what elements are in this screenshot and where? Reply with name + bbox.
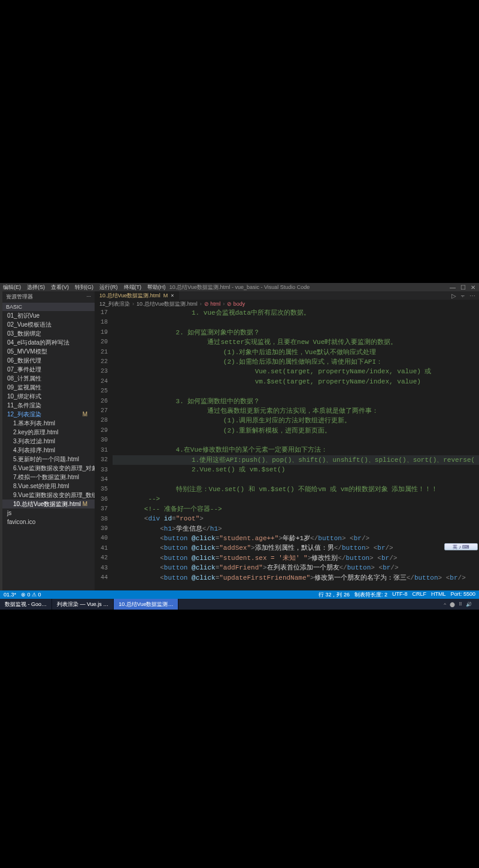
menu-item[interactable]: 查看(V) — [51, 284, 69, 291]
tab-close-icon[interactable]: × — [171, 293, 174, 299]
code-line[interactable]: (2).如需给后添加的属性做响应式，请使用如下API： — [113, 357, 479, 367]
file-item[interactable]: 08_计算属性 — [2, 374, 95, 383]
code-line[interactable]: <!-- 准备好一个容器--> — [113, 504, 479, 514]
code-line[interactable]: --> — [113, 494, 479, 504]
code-line[interactable] — [113, 386, 479, 396]
file-item[interactable]: 5.更新时的一个问题.html — [2, 455, 95, 464]
vscode-window: 编辑(E)选择(S)查看(V)转到(G)运行(R)终端(T)帮助(H) 10.总… — [0, 283, 479, 610]
maximize-icon[interactable]: ☐ — [460, 284, 466, 291]
file-item[interactable]: favicon.ico — [2, 517, 95, 526]
taskbar-item[interactable]: 10.总结Vue数据监测… — [114, 599, 178, 610]
breadcrumb-segment[interactable]: ⊘ html — [204, 301, 221, 307]
code-line[interactable] — [113, 475, 479, 485]
status-encoding[interactable]: UTF-8 — [392, 591, 408, 599]
run-icon[interactable]: ▷ — [451, 293, 456, 299]
code-editor[interactable]: 1718192021222324252627282930313233343536… — [95, 308, 479, 590]
line-number: 17 — [97, 308, 108, 318]
code-line[interactable]: <button @click="updateFirstFriendName">修… — [113, 573, 479, 583]
code-line[interactable]: <h1>学生信息</h1> — [113, 524, 479, 534]
tray-icon[interactable]: ^ — [444, 602, 446, 607]
code-line[interactable]: (1).调用原生对应的方法对数组进行更新。 — [113, 416, 479, 425]
code-line[interactable]: 2. 如何监测对象中的数据？ — [113, 328, 479, 337]
taskbar-item[interactable]: 数据监视 - Goo… — [0, 599, 52, 610]
menu-item[interactable]: 编辑(E) — [3, 284, 21, 291]
code-line[interactable]: 4.在Vue修改数组中的某个元素一定要用如下方法： — [113, 445, 479, 455]
code-line[interactable]: 2.Vue.set() 或 vm.$set() — [113, 465, 479, 474]
tray-icon[interactable]: ⠿ — [459, 602, 462, 607]
code-line[interactable]: <button @click="addSex">添加性别属性，默认值：男</bu… — [113, 543, 479, 553]
code-line[interactable] — [113, 318, 479, 327]
breadcrumbs[interactable]: 12_列表渲染›10.总结Vue数据监测.html›⊘ html›⊘ body — [95, 300, 479, 308]
status-spaces[interactable]: 制表符长度: 2 — [354, 591, 387, 599]
breadcrumb-segment[interactable]: 12_列表渲染 — [99, 300, 130, 308]
file-item[interactable]: 8.Vue.set的使用.html — [2, 482, 95, 491]
system-tray[interactable]: ^⬤⠿🔊 — [444, 602, 479, 607]
code-line[interactable]: Vue.set(target, propertyName/index, valu… — [113, 367, 479, 376]
code-line[interactable]: 通过包裹数组更新元素的方法实现，本质就是做了两件事： — [113, 406, 479, 416]
file-item[interactable]: 06_数据代理 — [2, 356, 95, 365]
line-number: 24 — [97, 377, 108, 386]
status-port[interactable]: Port: 5500 — [450, 591, 475, 599]
more-actions-icon[interactable]: ⋯ — [469, 293, 475, 299]
file-item[interactable]: 2.key的原理.html — [2, 428, 95, 437]
status-branch[interactable]: 01.3* — [4, 592, 16, 598]
file-item[interactable]: 1.基本列表.html — [2, 419, 95, 428]
code-line[interactable]: <div id="root"> — [113, 514, 479, 523]
breadcrumb-segment[interactable]: ⊘ body — [227, 301, 245, 307]
code-content[interactable]: 1. vue会监视data中所有层次的数据。 2. 如何监测对象中的数据？ 通过… — [113, 308, 479, 590]
file-item[interactable]: 11_条件渲染 — [2, 401, 95, 410]
line-number: 21 — [97, 348, 108, 357]
code-line[interactable] — [113, 435, 479, 445]
line-number: 37 — [97, 504, 108, 514]
tray-icon[interactable]: 🔊 — [466, 602, 472, 607]
line-number: 29 — [97, 426, 108, 435]
file-item[interactable]: 3.列表过滤.html — [2, 437, 95, 446]
editor-tab-active[interactable]: 10.总结Vue数据监测.html M × — [95, 291, 179, 300]
status-problems[interactable]: ⊗ 0 ⚠ 0 — [21, 592, 41, 598]
status-language[interactable]: HTML — [431, 591, 446, 599]
menu-item[interactable]: 帮助(H) — [147, 284, 166, 291]
line-number: 33 — [97, 465, 108, 475]
code-line[interactable]: vm.$set(target, propertyName/index, valu… — [113, 377, 479, 386]
status-cursor[interactable]: 行 32，列 26 — [319, 591, 350, 599]
file-item[interactable]: 4.列表排序.html — [2, 446, 95, 455]
menu-item[interactable]: 转到(G) — [75, 284, 93, 291]
file-item[interactable]: 10_绑定样式 — [2, 392, 95, 401]
minimize-icon[interactable]: — — [450, 284, 456, 291]
menu-item[interactable]: 选择(S) — [27, 284, 45, 291]
file-item[interactable]: js — [2, 508, 95, 517]
file-item[interactable]: 04_el与data的两种写法 — [2, 338, 95, 347]
code-line[interactable]: 特别注意：Vue.set() 和 vm.$set() 不能给vm 或 vm的根数… — [113, 485, 479, 494]
file-item[interactable]: 05_MVVM模型 — [2, 347, 95, 356]
code-line[interactable]: <button @click="addFriend">在列表首位添加一个朋友</… — [113, 563, 479, 572]
menu-item[interactable]: 运行(R) — [99, 284, 118, 291]
file-item[interactable]: 12_列表渲染 — [2, 410, 95, 419]
file-item[interactable]: 07_事件处理 — [2, 365, 95, 374]
status-eol[interactable]: CRLF — [412, 591, 426, 599]
split-editor-icon[interactable]: ⫟ — [460, 293, 466, 299]
file-item[interactable]: 6.Vue监测数据改变的原理_对象.html — [2, 464, 95, 473]
code-line[interactable]: 1. vue会监视data中所有层次的数据。 — [113, 308, 479, 318]
file-item[interactable]: 03_数据绑定 — [2, 329, 95, 338]
code-line[interactable]: <button @click="student.age++">年龄+1岁</bu… — [113, 534, 479, 543]
code-line[interactable]: (1).对象中后追加的属性，Vue默认不做响应式处理 — [113, 348, 479, 357]
code-line[interactable]: <button @click="student.sex = '未知' ">修改性… — [113, 553, 479, 563]
file-item[interactable]: 9.Vue监测数据改变的原理_数组.html — [2, 491, 95, 500]
close-icon[interactable]: ✕ — [471, 284, 475, 291]
more-icon[interactable]: ··· — [86, 293, 91, 301]
breadcrumb-segment[interactable]: 10.总结Vue数据监测.html — [137, 300, 198, 308]
taskbar-item[interactable]: 列表渲染 — Vue.js … — [52, 599, 114, 610]
tray-icon[interactable]: ⬤ — [450, 602, 455, 607]
file-item[interactable]: 7.模拟一个数据监测.html — [2, 473, 95, 482]
section-header[interactable]: BASIC — [2, 303, 95, 311]
file-item[interactable]: 09_监视属性 — [2, 383, 95, 392]
code-line[interactable]: 通过setter实现监视，且要在new Vue时就传入要监测的数据。 — [113, 337, 479, 347]
menu-item[interactable]: 终端(T) — [124, 284, 142, 291]
file-item[interactable]: 10.总结Vue数据监测.html — [2, 500, 95, 508]
ime-floating-bar[interactable]: 英 ♪ ⌨ — [444, 543, 478, 550]
code-line[interactable]: 3. 如何监测数组中的数据？ — [113, 397, 479, 406]
code-line[interactable]: 1.使用这些API:push()、pop()、shift()、unshift()… — [113, 455, 479, 465]
file-item[interactable]: 01_初识Vue — [2, 311, 95, 320]
code-line[interactable]: (2).重新解析模板，进而更新页面。 — [113, 426, 479, 435]
file-item[interactable]: 02_Vue模板语法 — [2, 320, 95, 329]
